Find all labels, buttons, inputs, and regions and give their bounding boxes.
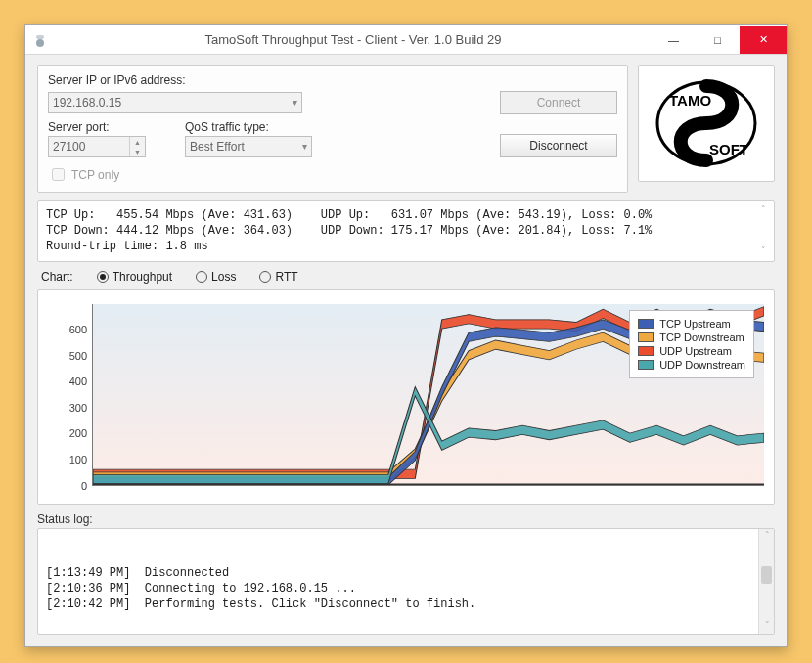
svg-rect-1 xyxy=(36,35,44,39)
svg-point-0 xyxy=(36,39,44,47)
server-port-label: Server port: xyxy=(48,120,146,134)
legend-label: TCP Downstream xyxy=(659,332,744,343)
chart-label: Chart: xyxy=(41,270,73,284)
svg-text:TAMO: TAMO xyxy=(669,92,711,109)
radio-throughput[interactable]: Throughput xyxy=(97,270,172,284)
tamosoft-logo: TAMO SOFT xyxy=(648,74,765,172)
legend-label: TCP Upstream xyxy=(659,318,731,330)
legend-item: UDP Upstream xyxy=(638,345,745,357)
radio-label: RTT xyxy=(275,270,297,284)
y-tick-label: 100 xyxy=(69,454,87,465)
scroll-down-icon[interactable]: ˅ xyxy=(760,619,774,633)
connection-panel: Server IP or IPv6 address: 192.168.0.15 … xyxy=(37,65,628,193)
scroll-up-icon[interactable]: ˄ xyxy=(756,203,770,217)
chart-panel: 0100200300400500600 TCP UpstreamTCP Down… xyxy=(37,289,775,505)
server-port-spinner[interactable]: 27100 ▲ ▼ xyxy=(48,136,146,157)
y-axis-labels: 0100200300400500600 xyxy=(48,304,89,486)
disconnect-button[interactable]: Disconnect xyxy=(500,134,617,157)
radio-loss[interactable]: Loss xyxy=(196,270,236,284)
server-ip-combo[interactable]: 192.168.0.15 ▾ xyxy=(48,92,302,113)
server-port-value: 27100 xyxy=(53,140,85,154)
chart-selector: Chart: Throughput Loss RTT xyxy=(37,262,775,289)
qos-value: Best Effort xyxy=(190,140,245,154)
spinner-up-icon[interactable]: ▲ xyxy=(130,137,145,147)
qos-select[interactable]: Best Effort ▾ xyxy=(185,136,312,157)
radio-rtt[interactable]: RTT xyxy=(259,270,297,284)
status-log-text: [1:13:49 PM] Disconnected [2:10:36 PM] C… xyxy=(46,566,475,611)
y-tick-label: 500 xyxy=(69,350,87,362)
close-button[interactable]: ✕ xyxy=(740,26,787,54)
tcp-only-label: TCP only xyxy=(71,168,119,182)
minimize-button[interactable]: — xyxy=(652,26,696,54)
status-log-label: Status log: xyxy=(37,512,775,526)
tcp-only-input[interactable] xyxy=(52,168,65,181)
legend-swatch xyxy=(638,360,654,370)
legend-item: UDP Downstream xyxy=(638,359,745,371)
y-tick-label: 200 xyxy=(69,427,87,439)
scrollbar-thumb[interactable] xyxy=(761,566,772,584)
legend-item: TCP Downstream xyxy=(638,332,745,343)
chevron-down-icon: ▾ xyxy=(293,97,297,108)
radio-label: Throughput xyxy=(113,270,172,284)
content-area: Server IP or IPv6 address: 192.168.0.15 … xyxy=(25,55,787,646)
maximize-button[interactable]: □ xyxy=(696,26,740,54)
scrollbar[interactable]: ˄ ˅ xyxy=(758,529,774,634)
window-controls: — □ ✕ xyxy=(652,26,787,54)
server-ip-label: Server IP or IPv6 address: xyxy=(48,73,617,87)
svg-text:SOFT: SOFT xyxy=(709,141,748,157)
y-tick-label: 400 xyxy=(69,376,87,387)
y-tick-label: 0 xyxy=(81,480,87,492)
app-icon xyxy=(25,25,55,55)
legend-label: UDP Downstream xyxy=(659,359,745,371)
chevron-down-icon: ▾ xyxy=(302,141,307,152)
window-title: TamoSoft Throughput Test - Client - Ver.… xyxy=(55,32,652,47)
legend-swatch xyxy=(638,332,654,342)
radio-icon xyxy=(196,271,207,283)
legend-label: UDP Upstream xyxy=(659,345,732,357)
status-log-panel: ˄ ˅ [1:13:49 PM] Disconnected [2:10:36 P… xyxy=(37,528,775,635)
scroll-up-icon[interactable]: ˄ xyxy=(760,530,774,544)
radio-label: Loss xyxy=(211,270,236,284)
tcp-only-checkbox[interactable]: TCP only xyxy=(48,165,617,184)
spinner-down-icon[interactable]: ▼ xyxy=(130,147,145,156)
legend-swatch xyxy=(638,319,654,329)
legend-item: TCP Upstream xyxy=(638,318,745,330)
titlebar: TamoSoft Throughput Test - Client - Ver.… xyxy=(25,25,787,55)
connect-button[interactable]: Connect xyxy=(500,91,617,114)
y-tick-label: 600 xyxy=(69,324,87,335)
app-window: TamoSoft Throughput Test - Client - Ver.… xyxy=(24,24,788,647)
legend-swatch xyxy=(638,346,654,356)
radio-icon xyxy=(97,271,109,283)
logo-panel: TAMO SOFT xyxy=(638,65,775,182)
server-ip-value: 192.168.0.15 xyxy=(53,96,121,110)
chart-legend: TCP UpstreamTCP DownstreamUDP UpstreamUD… xyxy=(629,310,754,378)
stats-panel: TCP Up: 455.54 Mbps (Ave: 431.63) UDP Up… xyxy=(37,200,775,262)
radio-icon xyxy=(259,271,271,283)
qos-label: QoS traffic type: xyxy=(185,120,312,134)
y-tick-label: 300 xyxy=(69,402,87,414)
scroll-down-icon[interactable]: ˅ xyxy=(756,245,770,259)
